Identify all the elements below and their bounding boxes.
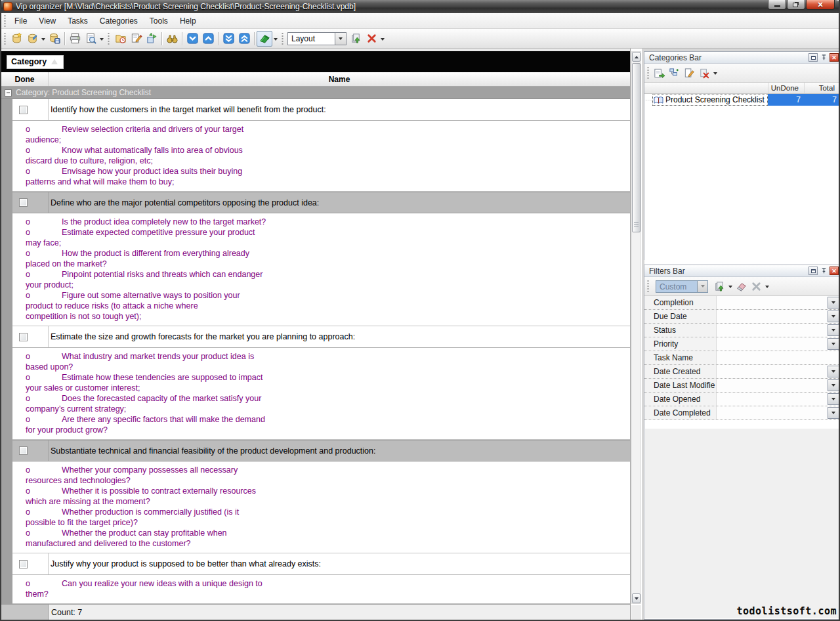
scrollbar-thumb[interactable] <box>632 63 640 232</box>
category-undone-cell[interactable]: 7 <box>768 94 804 106</box>
filter-dropdown-button[interactable] <box>828 310 839 322</box>
menu-view[interactable]: View <box>33 14 62 28</box>
complete-task-button[interactable] <box>144 31 159 47</box>
filters-close-button[interactable]: ✕ <box>830 267 839 275</box>
collapse-minus-icon[interactable] <box>5 89 12 96</box>
new-database-button[interactable] <box>9 31 24 47</box>
filter-dropdown-button[interactable] <box>828 379 839 391</box>
save-database-button[interactable] <box>47 31 62 47</box>
move-bottom-button[interactable] <box>220 31 236 47</box>
filter-dropdown-button[interactable] <box>828 393 839 405</box>
filter-row: Date Completed <box>644 406 840 420</box>
filter-dropdown-button[interactable] <box>828 407 839 419</box>
task-checkbox[interactable] <box>19 106 28 114</box>
menu-tools[interactable]: Tools <box>144 14 174 28</box>
task-row[interactable]: Identify how the customers in the target… <box>12 99 630 121</box>
filters-pin-button[interactable] <box>819 267 828 275</box>
filter-value[interactable] <box>717 379 827 392</box>
group-by-category-header[interactable]: Category <box>7 55 64 69</box>
minimize-button[interactable] <box>768 0 786 10</box>
move-down-button[interactable] <box>184 31 200 47</box>
drag-grip[interactable] <box>646 280 650 292</box>
categories-toolbar-overflow[interactable] <box>712 66 719 80</box>
delete-layout-button[interactable] <box>364 31 379 47</box>
filter-value[interactable] <box>717 310 827 323</box>
task-row[interactable]: Substantiate technical and financial fea… <box>12 440 630 461</box>
task-row[interactable]: Justify why your product is supposed to … <box>12 553 630 575</box>
task-checkbox[interactable] <box>19 446 28 455</box>
filter-value[interactable] <box>717 393 827 406</box>
scroll-down-button[interactable] <box>632 593 640 603</box>
task-note-line: oEstimate expected competitive pressure … <box>26 227 623 238</box>
apply-filter-button[interactable] <box>712 279 727 294</box>
new-task-button[interactable] <box>112 31 128 47</box>
apply-filter-dropdown[interactable] <box>727 279 734 293</box>
open-database-button[interactable] <box>24 31 40 47</box>
filter-preset-value[interactable]: Custom <box>656 280 697 293</box>
print-button[interactable] <box>67 31 83 47</box>
edit-task-button[interactable] <box>128 31 144 47</box>
filter-preset-arrow[interactable] <box>697 280 708 293</box>
filter-dropdown-button[interactable] <box>828 324 839 336</box>
clear-filter-button[interactable] <box>734 279 749 294</box>
column-header-total[interactable]: Total <box>804 83 840 93</box>
print-preview-dropdown[interactable] <box>98 32 105 46</box>
task-checkbox[interactable] <box>19 198 28 207</box>
print-preview-button[interactable] <box>83 31 98 47</box>
categories-pin-button[interactable] <box>819 53 828 62</box>
search-button[interactable] <box>164 31 180 47</box>
drag-grip[interactable] <box>107 33 110 45</box>
notes-panel-dropdown[interactable] <box>272 32 279 46</box>
notes-panel-toggle-button[interactable] <box>257 31 272 47</box>
filter-dropdown-button[interactable] <box>828 297 839 309</box>
filter-value[interactable] <box>717 406 827 419</box>
filters-toolbar-overflow[interactable] <box>764 279 770 293</box>
category-tree-row[interactable]: Product Screening Checklist 7 7 <box>644 94 840 106</box>
delete-category-button[interactable] <box>697 66 712 81</box>
move-top-button[interactable] <box>236 31 252 47</box>
menu-tasks[interactable]: Tasks <box>62 14 94 28</box>
restore-button[interactable] <box>787 0 805 10</box>
open-database-dropdown[interactable] <box>40 32 47 46</box>
menu-categories[interactable]: Categories <box>94 14 144 28</box>
filter-value[interactable] <box>717 337 827 351</box>
layout-combobox-arrow[interactable] <box>335 32 346 45</box>
filter-value[interactable] <box>717 351 840 364</box>
filter-dropdown-button[interactable] <box>828 338 839 350</box>
layout-combobox-value[interactable]: Layout <box>287 32 335 45</box>
task-row[interactable]: Define who are the major potential compe… <box>12 192 630 213</box>
add-subcategory-button[interactable] <box>667 66 682 81</box>
filter-dropdown-button[interactable] <box>828 366 839 377</box>
menu-file[interactable]: File <box>9 14 33 28</box>
drag-grip[interactable] <box>281 33 284 45</box>
category-total-cell[interactable]: 7 <box>804 94 840 106</box>
menu-help[interactable]: Help <box>174 14 202 28</box>
apply-layout-button[interactable] <box>348 31 364 47</box>
column-header-done[interactable]: Done <box>1 72 49 86</box>
filter-value[interactable] <box>717 296 827 309</box>
categories-restore-button[interactable] <box>808 53 818 62</box>
filter-preset-combobox[interactable]: Custom <box>656 280 708 293</box>
delete-filter-button[interactable] <box>749 279 764 294</box>
scroll-up-button[interactable] <box>632 52 640 62</box>
filters-restore-button[interactable] <box>808 267 818 275</box>
drag-grip[interactable] <box>3 15 7 27</box>
drag-grip[interactable] <box>646 67 650 79</box>
close-button[interactable]: ✕ <box>806 0 835 10</box>
filter-value[interactable] <box>717 365 827 378</box>
task-row[interactable]: Estimate the size and growth forecasts f… <box>12 326 630 348</box>
column-header-undone[interactable]: UnDone <box>768 83 804 93</box>
vertical-scrollbar[interactable] <box>631 51 641 604</box>
add-category-button[interactable] <box>652 66 667 81</box>
categories-close-button[interactable]: ✕ <box>830 53 839 62</box>
task-checkbox[interactable] <box>19 560 28 568</box>
toolbar-overflow-dropdown[interactable] <box>379 32 386 46</box>
column-header-name[interactable]: Name <box>49 72 630 86</box>
category-group-row[interactable]: Category: Product Screening Checklist <box>1 87 630 99</box>
layout-combobox[interactable]: Layout <box>287 32 346 45</box>
edit-category-button[interactable] <box>682 66 697 81</box>
move-up-button[interactable] <box>200 31 216 47</box>
filter-value[interactable] <box>717 324 827 337</box>
drag-grip[interactable] <box>3 33 7 45</box>
task-checkbox[interactable] <box>19 333 28 341</box>
